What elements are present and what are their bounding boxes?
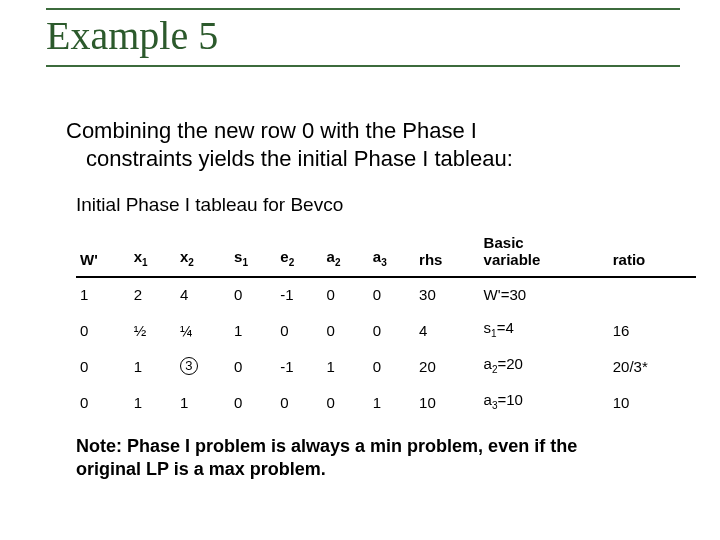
note-line-2: original LP is a max problem.	[76, 459, 326, 479]
col-rhs: rhs	[415, 226, 480, 277]
col-s1: s1	[230, 226, 276, 277]
col-basic-variable: Basicvariable	[480, 226, 609, 277]
table-row: 0 1 1 0 0 0 1 10 a3=10 10	[76, 383, 696, 419]
col-wprime: W'	[76, 226, 130, 277]
table-caption: Initial Phase I tableau for Bevco	[76, 194, 680, 216]
body-text: Combining the new row 0 with the Phase I…	[66, 117, 680, 172]
title-rule-top	[46, 8, 680, 10]
note-line-1: Note: Phase I problem is always a min pr…	[76, 436, 577, 456]
slide: Example 5 Combining the new row 0 with t…	[0, 0, 720, 540]
col-a3: a3	[369, 226, 415, 277]
col-ratio: ratio	[609, 226, 696, 277]
slide-title: Example 5	[46, 12, 680, 59]
col-x2: x2	[176, 226, 230, 277]
body-line-1: Combining the new row 0 with the Phase I	[66, 118, 477, 143]
table-row: 0 ½ ¼ 1 0 0 0 4 s1=4 16	[76, 311, 696, 347]
col-x1: x1	[130, 226, 176, 277]
title-rule-bottom	[46, 65, 680, 67]
table-row: 1 2 4 0 -1 0 0 30 W'=30	[76, 277, 696, 311]
table-header-row: W' x1 x2 s1 e2 a2 a3 rhs Basicvariable r…	[76, 226, 696, 277]
body-line-2: constraints yields the initial Phase I t…	[86, 146, 513, 171]
footer-note: Note: Phase I problem is always a min pr…	[76, 435, 680, 482]
col-e2: e2	[276, 226, 322, 277]
pivot-circled: 3	[180, 357, 198, 375]
table-row: 0 1 3 0 -1 1 0 20 a2=20 20/3*	[76, 347, 696, 383]
col-a2: a2	[323, 226, 369, 277]
tableau-table: W' x1 x2 s1 e2 a2 a3 rhs Basicvariable r…	[76, 226, 696, 419]
